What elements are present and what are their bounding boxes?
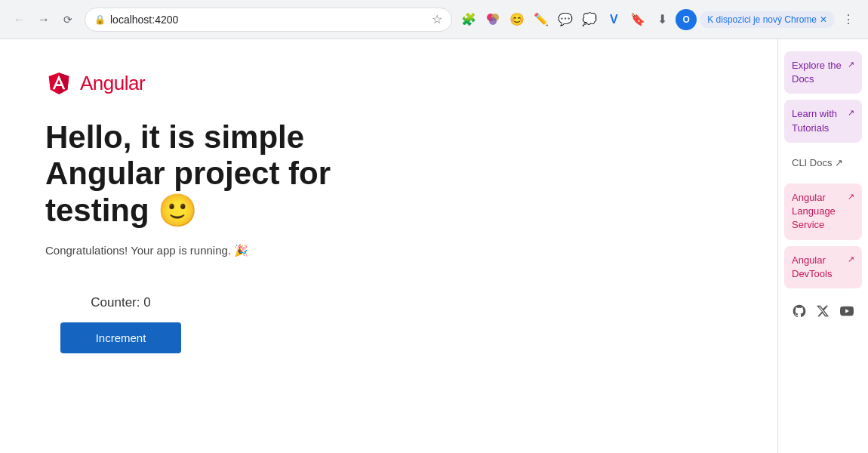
angular-language-service-ext-icon: ↗	[848, 192, 854, 202]
forward-button[interactable]: →	[33, 9, 54, 30]
sidebar-item-learn-tutorials[interactable]: Learn with Tutorials ↗	[784, 100, 862, 142]
address-bar[interactable]: 🔒 localhost:4200 ☆	[85, 8, 452, 32]
download-icon[interactable]: ⬇	[651, 9, 673, 30]
sidebar-item-cli-docs[interactable]: CLI Docs ↗	[784, 149, 862, 177]
page-content: Angular Hello, it is simple Angular proj…	[0, 39, 868, 453]
explore-docs-ext-icon: ↗	[848, 60, 854, 69]
increment-button[interactable]: Increment	[60, 322, 181, 353]
whatsapp-icon[interactable]: 💬	[555, 9, 576, 30]
back-button[interactable]: ←	[9, 9, 30, 30]
counter-label: Counter: 0	[45, 295, 196, 310]
social-icons	[784, 297, 862, 325]
hero-title: Hello, it is simple Angular project for …	[45, 119, 362, 229]
lock-icon: 🔒	[94, 14, 106, 25]
reload-button[interactable]: ⟳	[57, 9, 78, 30]
angular-logo: Angular	[45, 69, 732, 97]
face-icon[interactable]: 😊	[506, 9, 528, 30]
subtitle: Congratulations! Your app is running. 🎉	[45, 244, 732, 257]
extensions-icon[interactable]: 🧩	[458, 9, 479, 30]
pen-icon[interactable]: ✏️	[531, 9, 552, 30]
angular-logo-icon	[45, 69, 72, 97]
sidebar-cli-docs-text: CLI Docs ↗	[792, 156, 843, 170]
toolbar-icons: 🧩 😊 ✏️ 💬 💭 V 🔖 ⬇ O K dispozici je nový C…	[458, 9, 859, 30]
v-icon[interactable]: V	[603, 9, 624, 30]
new-chrome-button[interactable]: K dispozici je nový Chrome ✕	[700, 11, 835, 28]
url-text: localhost:4200	[110, 14, 427, 26]
browser-chrome: ← → ⟳ 🔒 localhost:4200 ☆ 🧩 😊 ✏️ 💬 💭 V 🔖 …	[0, 0, 868, 39]
new-chrome-close-icon[interactable]: ✕	[820, 14, 827, 25]
svg-point-2	[489, 17, 497, 25]
youtube-icon[interactable]	[839, 304, 855, 319]
bookmark-icon[interactable]: ☆	[432, 12, 442, 26]
sidebar-item-angular-language-service[interactable]: Angular Language Service ↗	[784, 183, 862, 240]
sidebar-learn-tutorials-text: Learn with Tutorials	[792, 107, 848, 134]
github-icon[interactable]	[792, 304, 807, 319]
sidebar-item-explore-docs[interactable]: Explore the Docs ↗	[784, 51, 862, 94]
sidebar-item-angular-devtools[interactable]: Angular DevTools ↗	[784, 246, 862, 288]
sidebar: Explore the Docs ↗ Learn with Tutorials …	[777, 39, 868, 453]
colorful-extension-icon[interactable]	[482, 9, 503, 30]
angular-logo-text: Angular	[80, 72, 145, 95]
bookmark-manager-icon[interactable]: 🔖	[627, 9, 648, 30]
messenger-icon[interactable]: 💭	[579, 9, 600, 30]
svg-marker-4	[59, 72, 69, 94]
profile-button[interactable]: O	[676, 9, 697, 30]
learn-tutorials-ext-icon: ↗	[848, 108, 854, 118]
x-twitter-icon[interactable]	[816, 304, 830, 319]
sidebar-angular-language-service-text: Angular Language Service	[792, 191, 848, 233]
nav-buttons: ← → ⟳	[9, 9, 78, 30]
counter-section: Counter: 0 Increment	[45, 295, 196, 353]
sidebar-explore-docs-text: Explore the Docs	[792, 59, 848, 86]
chrome-menu-icon[interactable]: ⋮	[838, 9, 859, 30]
sidebar-angular-devtools-text: Angular DevTools	[792, 254, 848, 281]
new-chrome-label: K dispozici je nový Chrome	[707, 14, 817, 25]
main-area: Angular Hello, it is simple Angular proj…	[0, 39, 777, 453]
angular-devtools-ext-icon: ↗	[848, 254, 854, 264]
